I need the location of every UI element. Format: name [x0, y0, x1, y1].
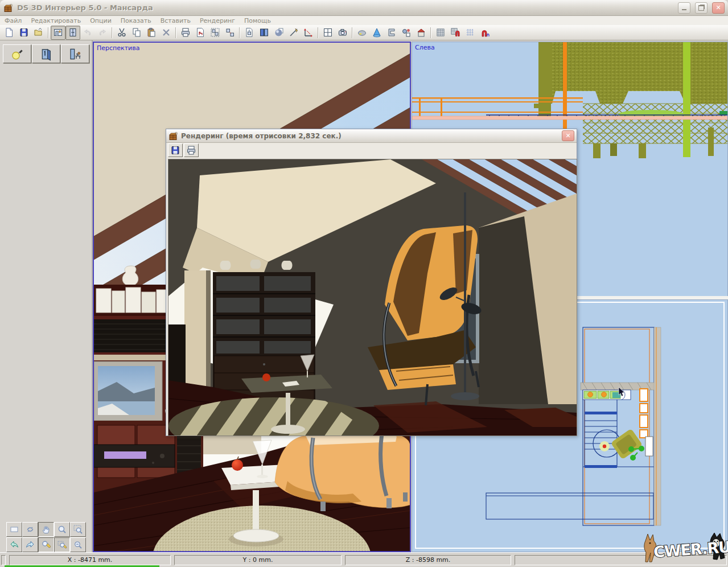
- menu-help[interactable]: Помощь: [240, 17, 275, 24]
- render-dialog[interactable]: Рендеринг (время отрисовки 2,832 сек.) ✕: [166, 129, 577, 436]
- grid-button[interactable]: [433, 26, 448, 40]
- snap-magnet-button[interactable]: [478, 26, 492, 40]
- main-toolbar: [0, 25, 728, 40]
- cut-button[interactable]: [114, 26, 129, 40]
- viewport-layout-button[interactable]: [320, 26, 335, 40]
- snap-magnet-icon: [480, 27, 490, 38]
- render-dialog-titlebar[interactable]: Рендеринг (время отрисовки 2,832 сек.) ✕: [166, 129, 577, 143]
- ungroup-button[interactable]: [223, 26, 237, 40]
- cone-icon: [372, 27, 382, 38]
- pan-button[interactable]: [38, 522, 54, 537]
- status-y: Y : 0 mm.: [174, 555, 342, 565]
- new-file-button[interactable]: [2, 26, 17, 40]
- view-room-button[interactable]: [51, 26, 65, 40]
- open-button[interactable]: [31, 26, 46, 40]
- status-segment-empty: [1, 555, 6, 565]
- split-view-button[interactable]: [257, 26, 272, 40]
- restore-button[interactable]: [695, 2, 708, 14]
- plan-lamp-dot: [603, 445, 606, 448]
- undo-button[interactable]: [80, 26, 95, 40]
- furniture-list-button[interactable]: [193, 26, 208, 40]
- cut-icon: [117, 27, 127, 38]
- copy-button[interactable]: [129, 26, 144, 40]
- measure-button[interactable]: [286, 26, 301, 40]
- camera-button[interactable]: [335, 26, 350, 40]
- view-furniture-button[interactable]: [65, 26, 80, 40]
- new-file-icon: [4, 27, 14, 38]
- orbit-button[interactable]: [22, 522, 38, 537]
- view-back-button[interactable]: [6, 537, 22, 552]
- zoom-button[interactable]: [54, 522, 70, 537]
- profile-button[interactable]: [384, 26, 399, 40]
- print-render-icon: [186, 145, 196, 155]
- cone-button[interactable]: [369, 26, 384, 40]
- undo-icon: [83, 27, 93, 38]
- furniture-list-icon: [195, 27, 205, 38]
- walls-button[interactable]: [414, 26, 429, 40]
- menu-insert[interactable]: Вставить: [156, 17, 195, 24]
- walls-icon: [416, 27, 426, 38]
- save-render-icon: [170, 145, 180, 155]
- minimize-button[interactable]: [678, 2, 690, 14]
- grid-magnet-button[interactable]: [448, 26, 463, 40]
- furniture-view-icon: [68, 27, 78, 38]
- app-icon: [3, 3, 14, 13]
- axes-button[interactable]: [301, 26, 316, 40]
- ungroup-icon: [225, 27, 235, 38]
- objects-3d-button[interactable]: [399, 26, 414, 40]
- redo-button[interactable]: [95, 26, 110, 40]
- toolbar-separator: [48, 27, 49, 38]
- delete-icon: [161, 27, 171, 38]
- zoom-icon: [57, 524, 67, 535]
- menu-options[interactable]: Опции: [85, 17, 116, 24]
- menu-show[interactable]: Показать: [116, 17, 156, 24]
- paste-button[interactable]: [144, 26, 159, 40]
- render-button[interactable]: [272, 26, 286, 40]
- light-source-button[interactable]: [3, 44, 31, 63]
- back-arrow-icon: [9, 540, 19, 550]
- zoom-rect-pencil-icon: [57, 540, 67, 550]
- menu-render[interactable]: Рендеринг: [195, 17, 240, 24]
- menu-bar: Файл Редактировать Опции Показать Встави…: [0, 16, 728, 26]
- zoom-selected-button[interactable]: [54, 537, 70, 552]
- zoom-in-region-button[interactable]: [38, 537, 54, 552]
- objects-3d-icon: [401, 27, 412, 38]
- pan-hand-icon: [41, 524, 51, 535]
- profile-icon: [386, 27, 397, 38]
- material-button[interactable]: [355, 26, 369, 40]
- viewport-label-left: Слева: [415, 44, 435, 51]
- render-sphere-icon: [274, 27, 284, 38]
- render-dialog-close-button[interactable]: ✕: [562, 130, 574, 141]
- toolbar-separator: [352, 27, 353, 38]
- view-forward-button[interactable]: [22, 537, 38, 552]
- zoom-out-icon: [73, 540, 83, 550]
- forward-arrow-icon: [25, 540, 35, 550]
- zoom-window-button[interactable]: [70, 522, 86, 537]
- measure-icon: [289, 27, 299, 38]
- toolbar-separator: [239, 27, 240, 38]
- menu-file[interactable]: Файл: [0, 17, 26, 24]
- furniture-placement-button[interactable]: [61, 44, 89, 63]
- room-door-button[interactable]: [32, 44, 60, 63]
- zoom-out-button[interactable]: [70, 537, 86, 552]
- toolbar-separator: [175, 27, 176, 38]
- close-button[interactable]: ✕: [712, 2, 725, 14]
- page-preview-button[interactable]: [242, 26, 257, 40]
- print-button[interactable]: [178, 26, 193, 40]
- menu-edit[interactable]: Редактировать: [26, 17, 85, 24]
- delete-button[interactable]: [159, 26, 174, 40]
- select-window-button[interactable]: [6, 522, 22, 537]
- window-titlebar: DS 3D Интерьер 5.0 - Мансарда ✕: [0, 0, 728, 16]
- snap-grid-button[interactable]: [463, 26, 478, 40]
- save-render-button[interactable]: [168, 143, 183, 157]
- print-render-button[interactable]: [184, 143, 199, 157]
- open-icon: [34, 27, 44, 38]
- viewport-layout-icon: [323, 27, 333, 38]
- material-icon: [357, 27, 367, 38]
- group-button[interactable]: [208, 26, 223, 40]
- viewport-label-perspective: Перспектива: [97, 44, 139, 52]
- status-x: X : -8471 mm.: [9, 555, 171, 565]
- select-window-icon: [9, 524, 19, 535]
- page-preview-icon: [244, 27, 254, 38]
- save-button[interactable]: [17, 26, 31, 40]
